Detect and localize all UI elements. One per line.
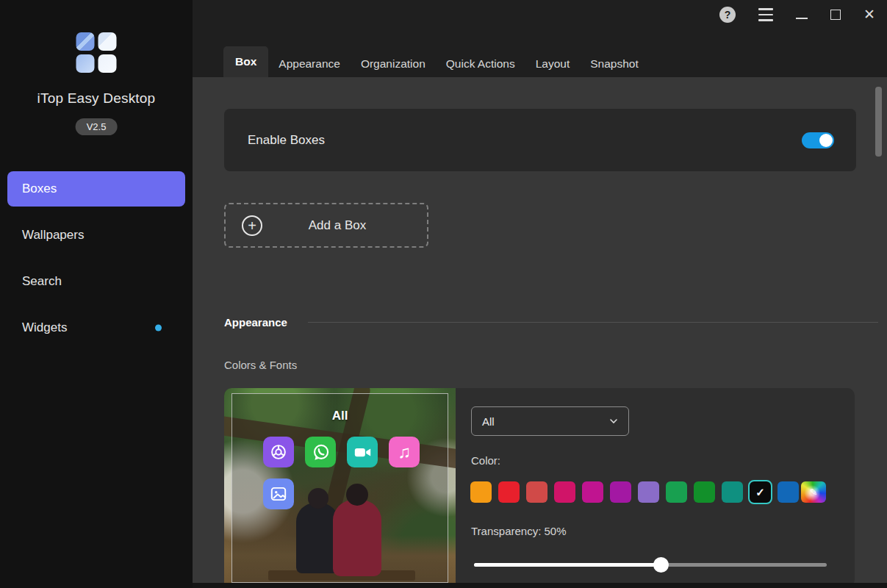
- section-divider: [308, 322, 878, 323]
- color-swatch-2[interactable]: [526, 481, 547, 503]
- slider-thumb[interactable]: [653, 557, 669, 573]
- whatsapp-icon[interactable]: [305, 437, 336, 467]
- color-swatch-0[interactable]: [470, 481, 492, 503]
- sidebar-nav: Boxes Wallpapers Search Widgets: [7, 171, 185, 356]
- color-swatch-8[interactable]: [694, 481, 715, 503]
- sidebar-item-search[interactable]: Search: [7, 264, 185, 299]
- sidebar-item-label: Wallpapers: [22, 228, 84, 243]
- chevron-down-icon: [608, 415, 620, 427]
- notification-dot: [155, 325, 162, 331]
- color-swatch-7[interactable]: [666, 481, 687, 503]
- titlebar: ? ✕ Box Appearance Organization Quick Ac…: [193, 0, 887, 77]
- tab-snapshot[interactable]: Snapshot: [580, 50, 649, 77]
- color-swatch-4[interactable]: [582, 481, 603, 503]
- color-swatch-9[interactable]: [722, 481, 743, 503]
- tab-bar: Box Appearance Organization Quick Action…: [223, 46, 649, 77]
- browser-icon[interactable]: [263, 437, 294, 467]
- sidebar-item-wallpapers[interactable]: Wallpapers: [7, 218, 185, 253]
- color-swatch-3[interactable]: [554, 481, 575, 503]
- video-camera-icon[interactable]: [347, 437, 378, 467]
- app-title: iTop Easy Desktop: [0, 90, 193, 107]
- select-value: All: [482, 415, 495, 428]
- color-swatch-selected[interactable]: ✓: [750, 481, 771, 503]
- minimize-icon[interactable]: [796, 18, 808, 19]
- enable-boxes-card: Enable Boxes: [224, 109, 856, 171]
- tab-organization[interactable]: Organization: [351, 50, 436, 77]
- color-swatch-5[interactable]: [610, 481, 631, 503]
- sidebar-item-label: Widgets: [22, 320, 67, 335]
- vertical-scrollbar[interactable]: [875, 87, 882, 157]
- app-window: iTop Easy Desktop V2.5 Boxes Wallpapers …: [0, 0, 887, 588]
- section-title: Appearance: [224, 316, 287, 329]
- menu-icon[interactable]: [758, 7, 773, 22]
- box-title: All: [232, 409, 448, 423]
- enable-boxes-toggle[interactable]: [802, 132, 834, 148]
- sidebar: iTop Easy Desktop V2.5 Boxes Wallpapers …: [0, 0, 193, 588]
- add-box-button[interactable]: + Add a Box: [224, 203, 428, 248]
- colors-fonts-label: Colors & Fonts: [224, 359, 297, 371]
- sidebar-item-label: Search: [22, 274, 62, 289]
- maximize-icon[interactable]: [830, 10, 841, 20]
- main-content: Enable Boxes + Add a Box Appearance Colo…: [193, 77, 887, 588]
- tab-appearance[interactable]: Appearance: [268, 50, 351, 77]
- box-group-select[interactable]: All: [471, 406, 629, 436]
- sidebar-item-label: Boxes: [22, 182, 57, 196]
- close-icon[interactable]: ✕: [863, 7, 875, 23]
- appearance-section-header: Appearance: [224, 316, 878, 329]
- tab-box[interactable]: Box: [223, 46, 268, 77]
- window-controls: ? ✕: [719, 7, 875, 23]
- transparency-label: Transparency: 50%: [471, 525, 567, 537]
- custom-color-picker[interactable]: ✎: [801, 481, 826, 503]
- transparency-slider[interactable]: [474, 557, 827, 572]
- box-overlay: All: [231, 393, 448, 583]
- help-icon[interactable]: ?: [719, 7, 736, 23]
- color-swatches: ✓ ✎: [470, 481, 826, 503]
- box-icon-grid: ♫: [263, 437, 420, 509]
- color-label: Color:: [471, 454, 500, 467]
- sidebar-item-boxes[interactable]: Boxes: [7, 171, 185, 207]
- slider-fill: [474, 563, 661, 567]
- music-note-icon[interactable]: ♫: [389, 437, 420, 467]
- pencil-icon: ✎: [810, 487, 818, 498]
- color-swatch-11[interactable]: [778, 481, 799, 503]
- tab-layout[interactable]: Layout: [525, 50, 581, 77]
- version-badge: V2.5: [76, 118, 118, 135]
- app-logo-icon: [76, 32, 117, 73]
- music-glyph: ♫: [398, 442, 411, 462]
- color-swatch-6[interactable]: [638, 481, 659, 503]
- sidebar-item-widgets[interactable]: Widgets: [7, 310, 185, 345]
- photos-icon[interactable]: [263, 478, 294, 509]
- window-bottom-edge: [193, 583, 887, 588]
- enable-boxes-label: Enable Boxes: [248, 133, 325, 148]
- colors-fonts-card: All: [224, 388, 855, 587]
- box-preview-image: All: [224, 388, 456, 587]
- plus-icon: +: [242, 215, 262, 236]
- transparency-value: 50%: [545, 525, 567, 537]
- tab-quick-actions[interactable]: Quick Actions: [436, 50, 525, 77]
- color-swatch-1[interactable]: [498, 481, 520, 503]
